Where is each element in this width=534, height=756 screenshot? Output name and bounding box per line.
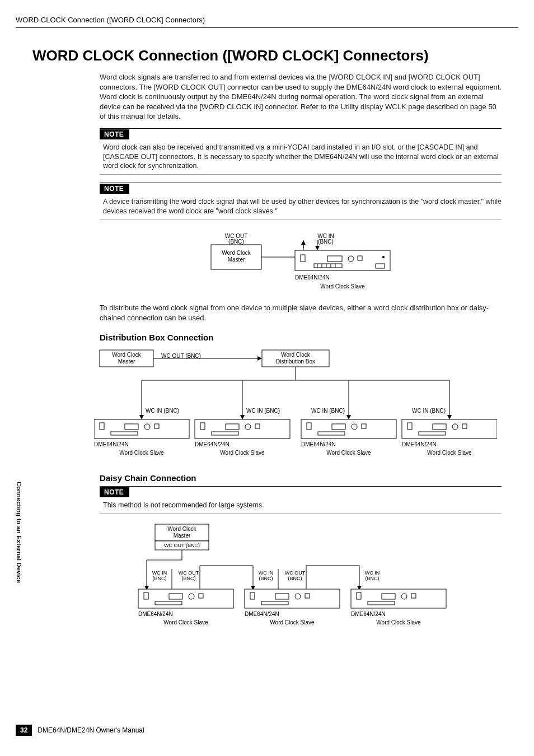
page-number: 32 bbox=[16, 725, 32, 736]
distbox-label2: Distribution Box bbox=[276, 358, 315, 365]
note-block-1: NOTE Word clock can also be received and… bbox=[100, 128, 502, 175]
wcin-label: WC IN bbox=[365, 570, 380, 576]
svg-marker-29 bbox=[240, 415, 245, 419]
bnc-label: (BNC) bbox=[228, 239, 244, 245]
bnc-label: (BNC) bbox=[182, 576, 196, 581]
note-text: A device transmitting the word clock sig… bbox=[100, 194, 502, 220]
note-block-3: NOTE This method is not recommended for … bbox=[100, 486, 502, 514]
note-text: Word clock can also be received and tran… bbox=[100, 139, 502, 175]
dme-label: DME64N/24N bbox=[195, 441, 229, 447]
slave-label: Word Clock Slave bbox=[270, 619, 315, 626]
dme-label: DME64N/24N bbox=[351, 611, 386, 617]
master-label2: Master bbox=[174, 533, 191, 539]
bnc-label: (BNC) bbox=[153, 576, 167, 581]
svg-rect-46 bbox=[301, 419, 396, 438]
running-header: WORD CLOCK Connection ([WORD CLOCK] Conn… bbox=[0, 0, 534, 27]
svg-point-12 bbox=[382, 256, 385, 258]
note-label: NOTE bbox=[100, 184, 129, 194]
wcin-bnc-label: WC IN (BNC) bbox=[246, 408, 280, 414]
wcin-label: WC IN bbox=[259, 570, 274, 576]
slave-label: Word Clock Slave bbox=[119, 450, 164, 456]
master-label2: Master bbox=[118, 358, 135, 365]
slave-label: Word Clock Slave bbox=[220, 450, 265, 456]
manual-name: DME64N/DME24N Owner's Manual bbox=[38, 726, 144, 734]
wcout-label: WC OUT bbox=[179, 570, 199, 576]
diagram-distbox: Word Clock Master WC OUT (BNC) Word Cloc… bbox=[94, 346, 497, 463]
dme-label: DME64N/24N bbox=[402, 441, 437, 447]
wcout-bnc-label: WC OUT (BNC) bbox=[164, 543, 200, 548]
master-label: Word Clock bbox=[167, 526, 196, 532]
intro-paragraph: Word clock signals are transferred to an… bbox=[100, 72, 502, 122]
heading-daisy: Daisy Chain Connection bbox=[100, 473, 502, 483]
wcout-bnc-label: WC OUT (BNC) bbox=[161, 353, 201, 359]
note-rule bbox=[100, 183, 502, 183]
svg-marker-22 bbox=[257, 356, 262, 361]
svg-marker-6 bbox=[315, 246, 320, 250]
svg-rect-80 bbox=[245, 589, 340, 608]
page-title: WORD CLOCK Connection ([WORD CLOCK] Conn… bbox=[32, 47, 502, 64]
note-rule bbox=[100, 514, 502, 514]
svg-rect-74 bbox=[138, 589, 233, 608]
svg-marker-27 bbox=[139, 415, 144, 419]
wcout-label: WC OUT bbox=[285, 570, 306, 576]
note-rule bbox=[100, 174, 502, 175]
note-label: NOTE bbox=[100, 487, 129, 497]
slave-label: Word Clock Slave bbox=[163, 619, 208, 626]
wcin-label: WC IN bbox=[152, 570, 167, 576]
bnc-label: (BNC) bbox=[318, 239, 334, 245]
bnc-label: (BNC) bbox=[259, 576, 273, 581]
note-block-2: NOTE A device transmitting the word cloc… bbox=[100, 183, 502, 220]
svg-rect-40 bbox=[195, 419, 290, 438]
heading-distbox: Distribution Box Connection bbox=[100, 333, 502, 342]
slave-label: Word Clock Slave bbox=[326, 450, 371, 456]
diagram-single: WC OUT (BNC) Word Clock Master WC IN (BN… bbox=[183, 228, 418, 295]
slave-label: Word Clock Slave bbox=[376, 619, 421, 626]
wcin-bnc-label: WC IN (BNC) bbox=[311, 408, 345, 414]
master-label2: Master bbox=[228, 256, 245, 263]
dme-label: DME64N/24N bbox=[301, 441, 336, 447]
svg-marker-33 bbox=[447, 415, 452, 419]
bnc-label: (BNC) bbox=[288, 576, 302, 581]
svg-rect-86 bbox=[351, 589, 446, 608]
slave-label: Word Clock Slave bbox=[427, 450, 472, 456]
note-label: NOTE bbox=[100, 129, 129, 139]
dme-label: DME64N/24N bbox=[245, 611, 279, 617]
wcin-bnc-label: WC IN (BNC) bbox=[412, 408, 446, 414]
note-rule bbox=[100, 486, 502, 487]
dme-label: DME64N/24N bbox=[94, 441, 129, 447]
svg-rect-34 bbox=[94, 419, 189, 438]
sidebar-chapter-label: Connecting to an External Device bbox=[16, 482, 22, 583]
note-rule bbox=[100, 220, 502, 220]
footer: 32 DME64N/DME24N Owner's Manual bbox=[16, 725, 144, 736]
master-label: Word Clock bbox=[222, 250, 251, 256]
dme-label: DME64N/24N bbox=[138, 611, 173, 617]
dme-label: DME64N/24N bbox=[295, 274, 330, 281]
master-label: Word Clock bbox=[112, 352, 141, 358]
distbox-label: Word Clock bbox=[281, 352, 310, 358]
slave-label: Word Clock Slave bbox=[320, 283, 365, 290]
diagram-daisy: Word Clock Master WC OUT (BNC) WC IN (BN… bbox=[133, 522, 469, 640]
note-rule bbox=[100, 128, 502, 129]
content-area: WORD CLOCK Connection ([WORD CLOCK] Conn… bbox=[0, 28, 534, 640]
note-text: This method is not recommended for large… bbox=[100, 497, 502, 514]
svg-rect-52 bbox=[402, 419, 497, 438]
svg-marker-31 bbox=[346, 415, 351, 419]
distribute-paragraph: To distribute the word clock signal from… bbox=[100, 303, 502, 323]
bnc-label: (BNC) bbox=[366, 576, 380, 581]
wcin-bnc-label: WC IN (BNC) bbox=[146, 408, 179, 414]
